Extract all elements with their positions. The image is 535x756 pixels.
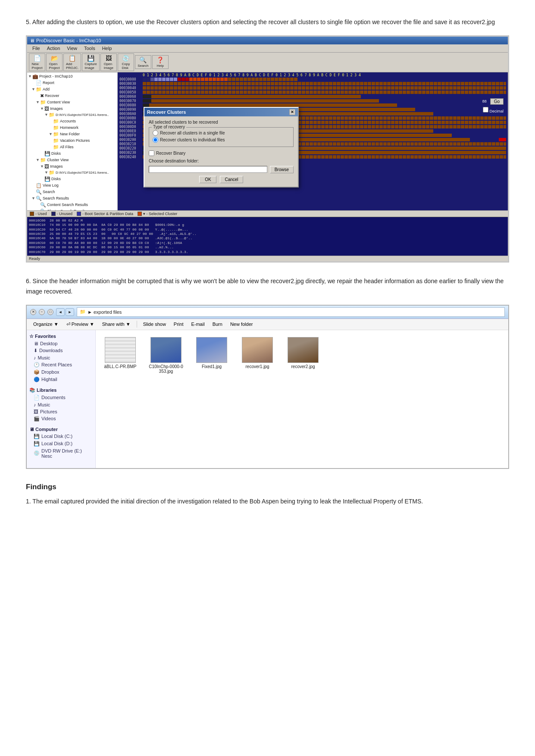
tree-report[interactable]: 📄 Report	[27, 80, 117, 86]
browse-button[interactable]: Browse	[270, 166, 294, 173]
sidebar-videos[interactable]: 🎬 Videos	[28, 415, 94, 422]
toolbar-open-image[interactable]: 🖼 OpenImage	[100, 53, 117, 71]
toolbar-capture[interactable]: 💾 CaptureImage	[82, 53, 99, 71]
radio-single-file[interactable]: Recover all clusters in a single file	[153, 130, 290, 136]
burn-button[interactable]: Burn	[210, 320, 225, 328]
window-close-button[interactable]: ✕	[30, 309, 36, 315]
address-bar[interactable]: 📁 ► exported files	[77, 307, 505, 317]
sidebar-local-c[interactable]: 💾 Local Disk (C:)	[28, 433, 94, 440]
share-button[interactable]: Share with ▼	[99, 320, 134, 328]
cluster-blocks-3	[143, 86, 506, 90]
tree-recover[interactable]: ✖ Recover	[27, 93, 117, 99]
slideshow-button[interactable]: Slide show	[140, 320, 169, 328]
window-min-button[interactable]: −	[39, 309, 45, 315]
sidebar-documents[interactable]: 📄 Documents	[28, 394, 94, 401]
tree-cluster-search[interactable]: 🔍 Cluster Search Results	[27, 208, 117, 210]
recover-binary-input[interactable]	[149, 150, 154, 156]
tree-viewlog[interactable]: 📋 View Log	[27, 182, 117, 189]
tree-accounts[interactable]: 📁 Accounts	[27, 118, 117, 125]
email-button[interactable]: E-mail	[188, 320, 207, 328]
sidebar-recent-places[interactable]: 🕐 Recent Places	[28, 361, 94, 369]
recover-binary-checkbox[interactable]: Recover Binary	[149, 150, 294, 156]
menu-action[interactable]: Action	[44, 45, 64, 52]
file-recover1[interactable]: recover1.jpg	[238, 335, 277, 375]
tree-disks1[interactable]: 💾 Disks	[27, 150, 117, 157]
downloads-icon: ⬇	[34, 348, 38, 353]
tree-search[interactable]: 🔍 Search	[27, 189, 117, 195]
ok-button[interactable]: OK	[199, 176, 216, 183]
tree-viewlog-label: View Log	[43, 183, 59, 187]
tree-homework[interactable]: 📁 Homework	[27, 125, 117, 131]
tree-search-results[interactable]: ▼ 🔍 Search Results	[27, 195, 117, 202]
toolbar-open-project[interactable]: 📂 OpenProject	[46, 53, 63, 71]
menu-tools[interactable]: Tools	[81, 45, 99, 52]
sidebar-hightail[interactable]: 🔵 Hightail	[28, 376, 94, 383]
computer-header[interactable]: 🖥 Computer	[28, 426, 94, 433]
block	[286, 78, 290, 81]
cancel-button[interactable]: Cancel	[220, 176, 243, 183]
block	[236, 78, 239, 81]
toolbar-help[interactable]: ❓ Help	[152, 55, 169, 69]
file-bmp-name: àBLL.C-PR.BMP	[104, 364, 136, 369]
toolbar-add-label: AddPROJC.	[66, 62, 78, 70]
menu-view[interactable]: View	[63, 45, 81, 52]
toolbar-search[interactable]: 🔍 Search	[135, 55, 151, 69]
back-button[interactable]: ◄	[56, 308, 65, 316]
pd-main-area: ▼ 💼 Project - ImChap10 📄 Report ▼ 📁 Add …	[27, 72, 508, 210]
decimal-checkbox[interactable]	[483, 107, 488, 112]
toolbar-copy-disk[interactable]: 💿 CopyDisk	[118, 53, 134, 71]
file-c10[interactable]: C10InChp-0000-0 353.jpg	[147, 335, 185, 375]
sidebar-downloads[interactable]: ⬇ Downloads	[28, 347, 94, 354]
dialog-close-button[interactable]: ✕	[289, 109, 295, 115]
forward-button[interactable]: ►	[66, 308, 74, 316]
sidebar-music2[interactable]: ♪ Music	[28, 401, 94, 408]
tree-vacation[interactable]: 📁 Vacation Pictures	[27, 137, 117, 144]
favorites-header[interactable]: ☆ Favorites	[28, 333, 94, 340]
tree-new-folder[interactable]: ▼ 📁 New Folder	[27, 131, 117, 137]
menu-file[interactable]: File	[29, 45, 44, 52]
toolbar-new-project-label: NewProject	[32, 62, 43, 70]
tree-project[interactable]: ▼ 💼 Project - ImChap10	[27, 73, 117, 80]
window-max-button[interactable]: □	[47, 309, 53, 315]
radio-individual-files[interactable]: Recover clusters to individual files	[153, 137, 290, 143]
tree-path1[interactable]: ▼ 📁 D:\NYL\Subjects\TDF3241-forens..	[27, 112, 117, 118]
block	[197, 78, 200, 81]
tree-disks2[interactable]: 💾 Disks	[27, 176, 117, 182]
preview-button[interactable]: ⏎ Preview ▼	[63, 320, 97, 328]
radio-single-input[interactable]	[153, 130, 158, 136]
sidebar-pictures[interactable]: 🖼 Pictures	[28, 408, 94, 415]
images2-icon: 🖼	[44, 164, 49, 169]
sidebar-local-d[interactable]: 💾 Local Disk (D:)	[28, 440, 94, 447]
tree-images[interactable]: ▼ 🖼 Images	[27, 106, 117, 112]
sidebar-dropbox[interactable]: 📦 Dropbox	[28, 369, 94, 376]
libraries-header[interactable]: 📚 Libraries	[28, 387, 94, 394]
radio-individual-input[interactable]	[153, 137, 158, 143]
tree-allfiles[interactable]: 📁 All Files	[27, 144, 117, 150]
toolbar-open-project-label: OpenProject	[49, 62, 60, 70]
tree-images2[interactable]: ▼ 🖼 Images	[27, 163, 117, 169]
favorites-label: Favorites	[35, 334, 56, 339]
file-bmp[interactable]: àBLL.C-PR.BMP	[101, 335, 140, 375]
sidebar-dvd-e[interactable]: 💿 DVD RW Drive (E:) Nesc	[28, 447, 94, 459]
tree-content-search[interactable]: 🔍 Content Search Results	[27, 202, 117, 208]
sidebar-desktop[interactable]: 🖥 Desktop	[28, 340, 94, 347]
tree-cluster-view[interactable]: ▼ 📁 Cluster View	[27, 157, 117, 163]
tree-content-view[interactable]: ▼ 📁 Content View	[27, 99, 117, 106]
go-button[interactable]: Go	[490, 98, 504, 105]
tree-add[interactable]: ▼ 📁 Add	[27, 86, 117, 93]
explorer-sidebar: ☆ Favorites 🖥 Desktop ⬇ Downloads ♪ Musi…	[27, 330, 96, 468]
sidebar-music[interactable]: ♪ Music	[28, 354, 94, 361]
tree-search-results-label: Search Results	[43, 196, 69, 200]
addr-6: 00030070	[119, 99, 143, 103]
print-button[interactable]: Print	[171, 320, 187, 328]
menu-help[interactable]: Help	[99, 45, 116, 52]
destination-input[interactable]	[149, 166, 267, 173]
tree-path2[interactable]: ▼ 📁 D:\NYL\Subjects\TDF3241-forens..	[27, 169, 117, 176]
file-recover2[interactable]: recover2.jpg	[284, 335, 322, 375]
toolbar-new-project[interactable]: 📄 NewProject	[29, 53, 45, 71]
tree-disks1-label: Disks	[51, 151, 61, 156]
new-folder-button[interactable]: New folder	[227, 320, 256, 328]
file-fixed1[interactable]: Fixed1.jpg	[192, 335, 231, 375]
organize-button[interactable]: Organize ▼	[30, 320, 62, 328]
toolbar-add[interactable]: 📋 AddPROJC.	[63, 53, 81, 71]
